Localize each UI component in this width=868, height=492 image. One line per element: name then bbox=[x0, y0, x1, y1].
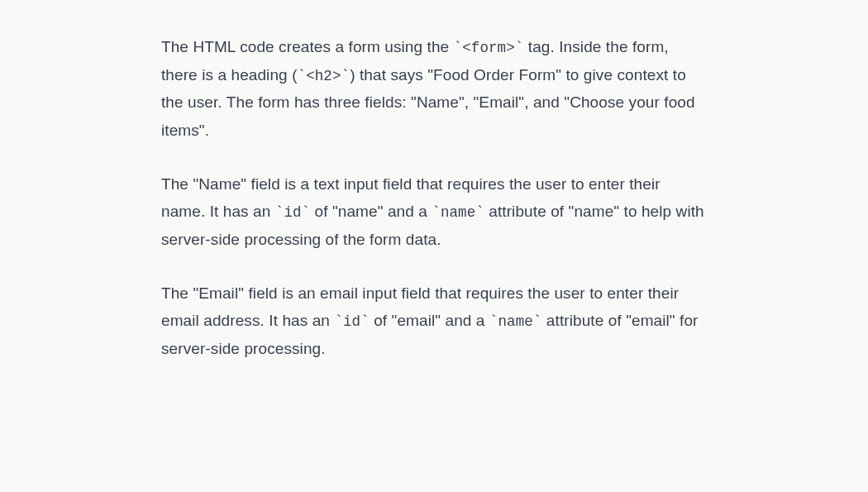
text: of "email" and a bbox=[370, 312, 489, 329]
paragraph-2: The "Name" field is a text input field t… bbox=[161, 170, 707, 253]
code-inline: `<form>` bbox=[454, 40, 524, 56]
document-content: The HTML code creates a form using the `… bbox=[161, 33, 707, 362]
code-inline: `id` bbox=[334, 313, 369, 330]
paragraph-3: The "Email" field is an email input fiel… bbox=[161, 279, 707, 362]
code-inline: `id` bbox=[275, 204, 310, 221]
code-inline: `name` bbox=[432, 204, 484, 221]
text: of "name" and a bbox=[310, 203, 432, 220]
code-inline: `name` bbox=[489, 313, 542, 330]
text: The HTML code creates a form using the bbox=[161, 38, 454, 55]
paragraph-1: The HTML code creates a form using the `… bbox=[161, 33, 707, 144]
code-inline: `<h2>` bbox=[298, 68, 351, 84]
